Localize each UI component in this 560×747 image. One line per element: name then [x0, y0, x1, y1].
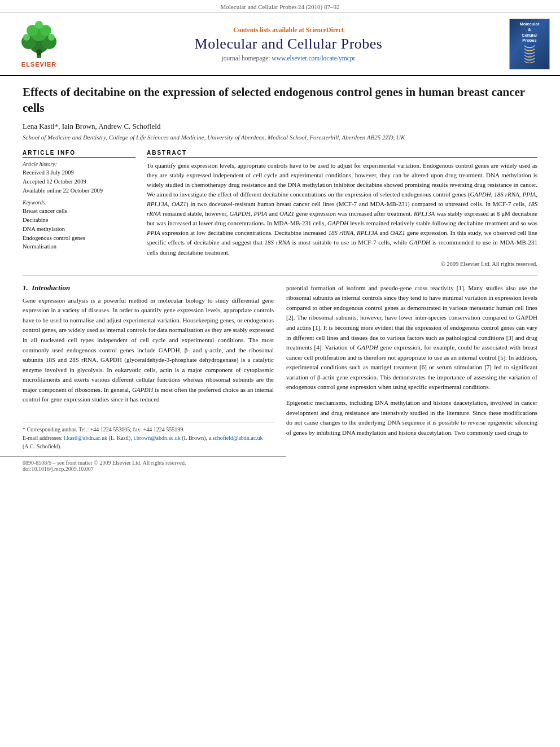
page: Molecular and Cellular Probes 24 (2010) …: [0, 0, 560, 747]
elsevier-logo-area: ELSEVIER: [8, 19, 70, 69]
keyword-4: Endogenous control genes: [23, 234, 135, 243]
intro-para-right-2: Epigenetic mechanisms, including DNA met…: [286, 398, 537, 438]
journal-logo-box: Molecular&CellularProbes: [509, 19, 550, 69]
keywords-label: Keywords:: [23, 199, 135, 206]
intro-para-right-1: potential formation of isoform and pseud…: [286, 283, 537, 393]
footnote-corresponding: * Corresponding author. Tel.: +44 1224 5…: [23, 425, 274, 434]
accepted-date: Accepted 12 October 2009: [23, 177, 135, 186]
email-1-link[interactable]: l.kastl@abdn.ac.uk: [64, 435, 107, 441]
intro-para-1: Gene expression analysis is a powerful m…: [23, 296, 274, 405]
corresponding-author: * Corresponding author. Tel.: +44 1224 5…: [23, 426, 185, 433]
sciencedirect-link[interactable]: Contents lists available at ScienceDirec…: [76, 27, 501, 33]
abstract-text: To quantify gene expression levels, appr…: [147, 161, 537, 257]
doi-text: doi:10.1016/j.mcp.2009.10.007: [23, 466, 264, 472]
main-content: 1. Introduction Gene expression analysis…: [23, 283, 537, 475]
email2-name: (I. Brown),: [182, 435, 207, 441]
elsevier-tree-icon: [16, 20, 62, 60]
citation-text: Molecular and Cellular Probes 24 (2010) …: [221, 3, 340, 10]
received-date: Received 3 July 2009: [23, 168, 135, 177]
email-2-link[interactable]: i.brown@abdn.ac.uk: [133, 435, 180, 441]
sciencedirect-prefix: Contents lists available at: [233, 27, 305, 33]
bottom-bar: 0890-8508/$ – see front matter © 2009 El…: [0, 456, 286, 475]
email-3-link[interactable]: a.schofield@abdn.ac.uk: [208, 435, 262, 441]
svg-point-8: [48, 34, 55, 41]
abstract-title: ABSTRACT: [147, 150, 537, 158]
journal-title: Molecular and Cellular Probes: [76, 36, 501, 53]
keyword-5: Normalisation: [23, 242, 135, 251]
section-divider: [23, 275, 537, 276]
abstract-panel: ABSTRACT To quantify gene expression lev…: [147, 150, 537, 267]
intro-heading-text: 1. Introduction: [23, 283, 70, 292]
copyright-notice: © 2009 Elsevier Ltd. All rights reserved…: [147, 261, 537, 267]
journal-logo-area: Molecular&CellularProbes: [507, 19, 552, 69]
svg-point-9: [35, 21, 43, 29]
article-title: Effects of decitabine on the expression …: [23, 84, 537, 116]
logo-text-molecular: Molecular&CellularProbes: [519, 21, 539, 43]
issn-text: 0890-8508/$ – see front matter © 2009 El…: [23, 460, 264, 466]
header-center: Contents lists available at ScienceDirec…: [76, 19, 501, 69]
history-label: Article history:: [23, 161, 135, 167]
right-column: potential formation of isoform and pseud…: [286, 283, 537, 475]
homepage-url[interactable]: www.elsevier.com/locate/ymcpr: [272, 55, 355, 62]
keyword-2: Decitabine: [23, 216, 135, 225]
email3-name: (A.C. Schofield).: [23, 443, 62, 449]
journal-homepage: journal homepage: www.elsevier.com/locat…: [76, 55, 501, 62]
elsevier-brand-label: ELSEVIER: [21, 61, 56, 68]
svg-rect-11: [37, 54, 41, 55]
svg-point-10: [36, 49, 42, 55]
intro-heading: 1. Introduction: [23, 283, 274, 292]
affiliation-text: School of Medicine and Dentistry, Colleg…: [23, 133, 537, 142]
email-prefix: E-mail addresses:: [23, 435, 64, 441]
article-history: Article history: Received 3 July 2009 Ac…: [23, 161, 135, 195]
journal-citation: Molecular and Cellular Probes 24 (2010) …: [0, 0, 560, 13]
article-body: Effects of decitabine on the expression …: [0, 76, 560, 486]
footnote-emails: E-mail addresses: l.kastl@abdn.ac.uk (L.…: [23, 434, 274, 451]
email1-name: (L. Kastl),: [109, 435, 132, 441]
footnote-area: * Corresponding author. Tel.: +44 1224 5…: [23, 422, 274, 451]
info-abstract-row: ARTICLE INFO Article history: Received 3…: [23, 150, 537, 267]
sciencedirect-name[interactable]: ScienceDirect: [306, 27, 344, 33]
journal-header: ELSEVIER Contents lists available at Sci…: [0, 13, 560, 76]
homepage-prefix: journal homepage:: [222, 55, 272, 62]
article-info-title: ARTICLE INFO: [23, 150, 135, 158]
logo-dna-icon: [518, 45, 541, 65]
article-keywords: Keywords: Breast cancer cells Decitabine…: [23, 199, 135, 251]
keyword-3: DNA methylation: [23, 225, 135, 234]
svg-point-7: [23, 34, 30, 41]
article-info-panel: ARTICLE INFO Article history: Received 3…: [23, 150, 135, 267]
authors-line: Lena Kastl*, Iain Brown, Andrew C. Schof…: [23, 122, 537, 131]
keyword-1: Breast cancer cells: [23, 207, 135, 216]
available-date: Available online 22 October 2009: [23, 186, 135, 195]
left-column: 1. Introduction Gene expression analysis…: [23, 283, 274, 475]
authors-text: Lena Kastl*, Iain Brown, Andrew C. Schof…: [23, 122, 160, 130]
